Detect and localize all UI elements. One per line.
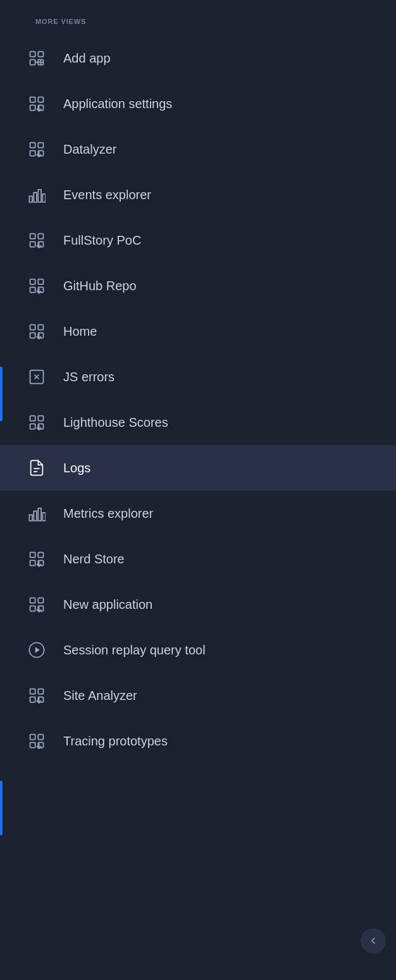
grid-icon-5: [25, 320, 48, 343]
svg-rect-66: [30, 735, 35, 740]
svg-rect-56: [30, 606, 35, 611]
active-indicator-github: [0, 367, 3, 421]
svg-rect-25: [30, 279, 35, 285]
svg-rect-0: [30, 52, 35, 57]
sidebar-item-js-errors[interactable]: JS errors: [0, 354, 396, 400]
sidebar-item-add-app[interactable]: Add app: [0, 35, 396, 81]
svg-rect-22: [30, 242, 35, 247]
svg-rect-6: [30, 97, 35, 102]
sidebar-item-new-application[interactable]: New application: [0, 582, 396, 627]
svg-rect-45: [29, 515, 32, 520]
sidebar: MORE VIEWS Add app: [0, 0, 396, 980]
sidebar-item-events-explorer[interactable]: Events explorer: [0, 172, 396, 217]
sidebar-item-nerd-store[interactable]: Nerd Store: [0, 536, 396, 582]
sidebar-item-metrics-explorer[interactable]: Metrics explorer: [0, 491, 396, 536]
sidebar-item-label-js-errors: JS errors: [63, 369, 114, 384]
svg-marker-60: [35, 647, 40, 652]
svg-rect-48: [42, 513, 46, 521]
sidebar-item-home[interactable]: Home: [0, 309, 396, 354]
active-indicator-session: [0, 781, 3, 835]
svg-rect-30: [30, 325, 35, 330]
svg-rect-38: [30, 416, 35, 421]
svg-rect-32: [30, 333, 35, 338]
svg-rect-13: [30, 150, 35, 156]
sidebar-item-lighthouse-scores[interactable]: Lighthouse Scores: [0, 400, 396, 445]
svg-rect-21: [38, 234, 43, 239]
doc-icon: [25, 456, 48, 479]
sidebar-item-application-settings[interactable]: Application settings: [0, 81, 396, 126]
svg-rect-19: [42, 194, 46, 202]
grid-icon: [25, 47, 48, 70]
svg-rect-7: [38, 97, 43, 102]
grid-icon-8: [25, 593, 48, 616]
svg-rect-51: [30, 560, 35, 565]
svg-rect-50: [38, 553, 43, 558]
sidebar-item-label-metrics-explorer: Metrics explorer: [63, 506, 153, 521]
grid-icon-7: [25, 548, 48, 570]
svg-rect-40: [30, 424, 35, 429]
svg-rect-49: [30, 553, 35, 558]
sidebar-item-site-analyzer[interactable]: Site Analyzer: [0, 673, 396, 718]
svg-rect-62: [38, 689, 43, 694]
sidebar-item-label-nerd-store: Nerd Store: [63, 551, 125, 567]
svg-rect-20: [30, 234, 35, 239]
svg-rect-39: [38, 416, 43, 421]
collapse-sidebar-button[interactable]: [361, 928, 386, 953]
play-icon: [25, 639, 48, 661]
grid-icon-4: [25, 274, 48, 297]
sidebar-item-label-site-analyzer: Site Analyzer: [63, 688, 137, 703]
sidebar-item-label-add-app: Add app: [63, 51, 111, 66]
sidebar-item-session-replay[interactable]: Session replay query tool: [0, 627, 396, 673]
sidebar-item-label-datalyzer: Datalyzer: [63, 142, 116, 157]
grid-icon-3: [25, 229, 48, 252]
sidebar-item-label-session-replay: Session replay query tool: [63, 642, 206, 658]
svg-rect-8: [30, 105, 35, 110]
bar-chart-icon-2: [25, 502, 48, 525]
svg-rect-18: [38, 190, 41, 202]
svg-rect-12: [38, 143, 43, 148]
grid-icon-10: [25, 730, 48, 752]
svg-rect-47: [38, 508, 41, 521]
sidebar-item-github-repo[interactable]: GitHub Repo: [0, 263, 396, 309]
sidebar-item-label-logs: Logs: [63, 460, 90, 475]
section-header: MORE VIEWS: [0, 0, 396, 35]
grid-icon-6: [25, 411, 48, 434]
sidebar-item-label-fullstory-poc: FullStory PoC: [63, 233, 141, 248]
error-icon: [25, 365, 48, 388]
svg-rect-17: [34, 193, 37, 202]
svg-rect-26: [38, 279, 43, 285]
svg-rect-55: [38, 598, 43, 603]
grid-down-icon: [25, 92, 48, 115]
svg-rect-16: [29, 196, 32, 202]
svg-rect-1: [38, 52, 43, 57]
sidebar-item-label-tracing-prototypes: Tracing prototypes: [63, 733, 168, 749]
svg-rect-54: [30, 598, 35, 603]
svg-rect-27: [30, 287, 35, 292]
svg-rect-31: [38, 325, 43, 330]
grid-icon-2: [25, 138, 48, 161]
sidebar-item-fullstory-poc[interactable]: FullStory PoC: [0, 217, 396, 263]
grid-icon-9: [25, 684, 48, 707]
svg-rect-2: [30, 59, 35, 64]
sidebar-item-datalyzer[interactable]: Datalyzer: [0, 126, 396, 172]
svg-rect-46: [34, 511, 37, 521]
sidebar-item-label-home: Home: [63, 324, 97, 339]
sidebar-item-logs[interactable]: Logs: [0, 445, 396, 491]
sidebar-item-label-lighthouse-scores: Lighthouse Scores: [63, 415, 168, 430]
sidebar-item-label-application-settings: Application settings: [63, 96, 172, 111]
svg-rect-63: [30, 697, 35, 702]
sidebar-item-tracing-prototypes[interactable]: Tracing prototypes: [0, 718, 396, 764]
svg-rect-61: [30, 689, 35, 694]
sidebar-item-label-new-application: New application: [63, 597, 152, 612]
svg-rect-11: [30, 143, 35, 148]
svg-rect-68: [30, 742, 35, 747]
sidebar-item-label-events-explorer: Events explorer: [63, 187, 151, 202]
bar-chart-icon: [25, 183, 48, 206]
svg-rect-67: [38, 735, 43, 740]
sidebar-item-label-github-repo: GitHub Repo: [63, 278, 137, 293]
